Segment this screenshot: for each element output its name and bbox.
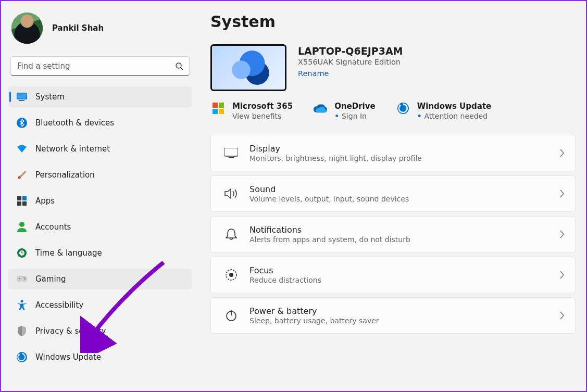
sidebar-item-label: Privacy & security xyxy=(35,326,184,336)
account-icon xyxy=(17,222,27,232)
card-focus[interactable]: Focus Reduce distractions xyxy=(210,257,576,293)
svg-rect-8 xyxy=(17,201,21,206)
svg-point-17 xyxy=(21,300,23,302)
settings-cards: Display Monitors, brightness, night ligh… xyxy=(210,135,576,334)
device-name: LAPTOP-Q6EJP3AM xyxy=(298,45,403,57)
card-sub: Monitors, brightness, night light, displ… xyxy=(249,154,548,162)
device-thumbnail xyxy=(210,44,286,91)
svg-point-16 xyxy=(24,279,26,280)
chevron-right-icon xyxy=(559,189,565,198)
sidebar-item-time[interactable]: Time & language xyxy=(8,243,192,263)
card-sub: Sleep, battery usage, battery saver xyxy=(249,317,548,325)
card-title: Display xyxy=(249,144,548,154)
sidebar: Pankil Shah System Bluetooth & devices xyxy=(1,1,199,391)
update-icon xyxy=(17,352,27,362)
sidebar-item-accounts[interactable]: Accounts xyxy=(8,217,192,237)
sidebar-item-label: Network & internet xyxy=(35,144,184,154)
chevron-right-icon xyxy=(559,149,565,157)
svg-rect-19 xyxy=(213,103,218,108)
status-onedrive[interactable]: OneDrive Sign In xyxy=(314,102,376,120)
sidebar-item-bluetooth[interactable]: Bluetooth & devices xyxy=(8,112,192,133)
status-sub: Sign In xyxy=(334,112,376,120)
sidebar-item-accessibility[interactable]: Accessibility xyxy=(8,295,192,315)
brush-icon xyxy=(17,170,27,180)
windows-update-icon xyxy=(396,102,410,115)
accessibility-icon xyxy=(17,300,27,310)
card-title: Power & battery xyxy=(249,306,548,316)
card-sound[interactable]: Sound Volume levels, output, input, soun… xyxy=(210,175,576,212)
rename-link[interactable]: Rename xyxy=(298,69,329,78)
device-model: X556UAK Signature Edition xyxy=(298,58,403,66)
main-content: System LAPTOP-Q6EJP3AM X556UAK Signature… xyxy=(199,1,586,391)
status-windows-update[interactable]: Windows Update Attention needed xyxy=(396,102,492,120)
search-input[interactable] xyxy=(10,56,190,76)
svg-rect-7 xyxy=(22,196,27,200)
sidebar-item-label: Windows Update xyxy=(35,352,184,362)
sidebar-item-label: Gaming xyxy=(35,274,184,284)
status-row: Microsoft 365 View benefits OneDrive Sig… xyxy=(210,102,576,120)
search-container xyxy=(10,56,190,76)
sidebar-item-label: Bluetooth & devices xyxy=(35,118,184,128)
bell-icon xyxy=(224,227,238,241)
ms365-icon xyxy=(211,102,225,115)
status-title: Microsoft 365 xyxy=(232,102,293,111)
card-notifications[interactable]: Notifications Alerts from apps and syste… xyxy=(210,216,576,252)
display-icon xyxy=(224,146,238,160)
svg-rect-6 xyxy=(17,196,21,200)
sound-icon xyxy=(224,187,238,200)
sidebar-item-label: Accounts xyxy=(35,222,184,232)
card-display[interactable]: Display Monitors, brightness, night ligh… xyxy=(210,135,576,171)
sidebar-item-gaming[interactable]: Gaming xyxy=(8,269,192,289)
chevron-right-icon xyxy=(559,230,565,238)
sidebar-item-apps[interactable]: Apps xyxy=(8,191,192,211)
device-block: LAPTOP-Q6EJP3AM X556UAK Signature Editio… xyxy=(210,44,576,91)
svg-point-14 xyxy=(19,278,20,279)
apps-icon xyxy=(17,196,27,206)
gamepad-icon xyxy=(17,274,27,284)
status-title: OneDrive xyxy=(334,102,376,111)
svg-rect-3 xyxy=(18,94,27,99)
svg-rect-20 xyxy=(219,103,224,108)
svg-rect-24 xyxy=(224,148,238,156)
sidebar-item-personalization[interactable]: Personalization xyxy=(8,165,192,185)
svg-rect-25 xyxy=(229,157,234,158)
svg-rect-21 xyxy=(213,109,218,114)
avatar xyxy=(11,12,43,44)
svg-rect-22 xyxy=(219,109,224,114)
status-title: Windows Update xyxy=(417,102,492,111)
svg-line-1 xyxy=(181,68,183,70)
wifi-icon xyxy=(17,144,27,154)
card-sub: Reduce distractions xyxy=(249,276,548,284)
svg-point-27 xyxy=(229,273,233,277)
svg-point-0 xyxy=(176,63,181,68)
nav-list: System Bluetooth & devices Network & int… xyxy=(8,86,192,368)
sidebar-item-label: Apps xyxy=(35,196,184,206)
card-power[interactable]: Power & battery Sleep, battery usage, ba… xyxy=(210,297,576,334)
focus-icon xyxy=(224,268,238,282)
sidebar-item-label: Accessibility xyxy=(35,300,184,310)
bluetooth-icon xyxy=(17,118,27,128)
sidebar-item-label: Time & language xyxy=(35,248,184,258)
search-icon xyxy=(175,62,183,70)
sidebar-item-label: Personalization xyxy=(35,170,184,180)
page-title: System xyxy=(210,12,576,31)
sidebar-item-privacy[interactable]: Privacy & security xyxy=(8,321,192,342)
sidebar-item-network[interactable]: Network & internet xyxy=(8,138,192,159)
svg-rect-4 xyxy=(19,100,24,101)
chevron-right-icon xyxy=(559,271,565,279)
status-microsoft365[interactable]: Microsoft 365 View benefits xyxy=(211,102,293,120)
svg-point-15 xyxy=(23,277,24,279)
card-title: Focus xyxy=(249,265,548,275)
clock-icon xyxy=(17,248,27,258)
sidebar-item-update[interactable]: Windows Update xyxy=(8,347,192,368)
profile-block[interactable]: Pankil Shah xyxy=(8,12,192,44)
card-title: Sound xyxy=(249,184,548,194)
sidebar-item-system[interactable]: System xyxy=(8,86,192,107)
card-sub: Volume levels, output, input, sound devi… xyxy=(249,195,548,203)
shield-icon xyxy=(17,326,27,336)
sidebar-item-label: System xyxy=(35,92,184,102)
profile-name: Pankil Shah xyxy=(52,23,104,33)
onedrive-icon xyxy=(314,102,327,115)
status-sub: View benefits xyxy=(232,112,293,120)
card-title: Notifications xyxy=(249,225,548,235)
